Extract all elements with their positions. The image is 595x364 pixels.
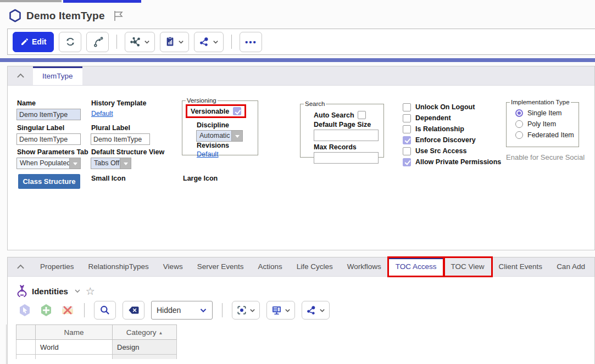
chevron-down-icon xyxy=(249,307,255,313)
chevron-down-icon xyxy=(319,307,325,313)
revisions-link[interactable]: Default xyxy=(197,150,219,158)
dropdown-arrow-button[interactable] xyxy=(231,130,243,142)
top-tab-indicator-active[interactable] xyxy=(63,0,141,3)
promote-button[interactable] xyxy=(86,32,109,52)
edit-button[interactable]: Edit xyxy=(13,32,54,52)
structure-menu-button[interactable] xyxy=(125,32,155,52)
history-template-label: History Template xyxy=(91,99,147,107)
flag-label: Allow Private Permissions xyxy=(415,158,501,166)
filter-select[interactable]: Hidden xyxy=(151,301,213,320)
favorite-star-icon[interactable]: ☆ xyxy=(86,286,95,296)
radio-icon[interactable] xyxy=(515,120,523,128)
share-icon xyxy=(199,36,210,47)
delete-row-icon[interactable] xyxy=(60,303,75,318)
default-structure-view-dropdown[interactable]: Tabs Off xyxy=(91,158,131,169)
radio-poly-item[interactable]: Poly Item xyxy=(515,119,574,130)
cell-name[interactable]: World xyxy=(36,340,113,355)
table-row[interactable]: WorldDesign xyxy=(16,340,177,355)
chevron-down-icon[interactable] xyxy=(74,288,81,294)
versionable-checkbox[interactable] xyxy=(233,107,241,115)
clear-search-button[interactable] xyxy=(123,301,144,320)
checkbox-icon[interactable] xyxy=(403,114,411,122)
flag-unlock-on-logout[interactable]: Unlock On Logout xyxy=(403,102,501,113)
plural-label-input[interactable] xyxy=(91,133,150,145)
more-actions-button[interactable]: ••• xyxy=(240,32,262,52)
tab-views[interactable]: Views xyxy=(156,257,190,276)
checkbox-icon[interactable] xyxy=(403,158,411,166)
tab-can-add[interactable]: Can Add xyxy=(549,257,592,276)
class-structure-button[interactable]: Class Structure xyxy=(18,174,80,189)
flag-is-relationship[interactable]: Is Relationship xyxy=(403,124,501,135)
flag-allow-private-permissions[interactable]: Allow Private Permissions xyxy=(403,156,501,167)
tab-life-cycles[interactable]: Life Cycles xyxy=(290,257,340,276)
flag-label: Dependent xyxy=(415,114,451,122)
collapse-relationships-button[interactable] xyxy=(8,257,33,276)
column-header-blank[interactable] xyxy=(16,325,36,340)
search-button[interactable] xyxy=(94,301,116,320)
max-records-label: Max Records xyxy=(314,143,379,151)
flag-dependent[interactable]: Dependent xyxy=(403,113,501,124)
dna-icon xyxy=(17,284,27,298)
tab-toc-access[interactable]: TOC Access xyxy=(388,257,444,276)
singular-label-input[interactable] xyxy=(16,133,81,145)
checkbox-icon[interactable] xyxy=(403,103,411,111)
checkbox-icon[interactable] xyxy=(403,147,411,155)
page-title: Demo ItemType xyxy=(26,10,105,22)
column-header-category[interactable]: Category▲ xyxy=(113,325,177,340)
default-page-size-input[interactable] xyxy=(314,130,379,141)
reports-menu-button[interactable] xyxy=(160,32,189,52)
table-row-partial[interactable] xyxy=(16,355,177,359)
show-parameters-tab-dropdown[interactable]: When Populated xyxy=(16,158,81,169)
default-structure-view-label: Default Structure View xyxy=(91,148,164,156)
default-page-size-label: Default Page Size xyxy=(314,121,379,128)
radio-icon[interactable] xyxy=(515,109,523,117)
tab-properties[interactable]: Properties xyxy=(33,257,81,276)
grid-left-rule xyxy=(6,324,7,364)
dropdown-value: When Populated xyxy=(16,158,69,169)
chevron-down-icon xyxy=(213,39,219,45)
radio-federated-item[interactable]: Federated Item xyxy=(515,130,574,141)
layout-menu-button[interactable] xyxy=(266,301,295,320)
focus-view-menu-button[interactable] xyxy=(232,301,260,320)
flag-enforce-discovery[interactable]: Enforce Discovery xyxy=(403,135,501,145)
versionable-highlight-box: Versionable xyxy=(186,104,246,118)
column-header-name[interactable]: Name xyxy=(36,325,113,340)
tab-toc-view[interactable]: TOC View xyxy=(444,257,492,276)
discipline-dropdown[interactable]: Automatic xyxy=(196,130,243,142)
checkbox-icon[interactable] xyxy=(403,136,411,144)
tab-relationshiptypes[interactable]: RelationshipTypes xyxy=(81,257,156,276)
dropdown-value: Tabs Off xyxy=(91,158,120,169)
cell xyxy=(16,355,36,359)
pick-item-icon[interactable] xyxy=(17,303,32,318)
radio-icon[interactable] xyxy=(515,131,523,139)
flags-column: Unlock On LogoutDependentIs Relationship… xyxy=(403,102,501,167)
row-selector-cell[interactable] xyxy=(16,340,36,355)
sort-asc-icon: ▲ xyxy=(158,331,163,335)
flag-label: Is Relationship xyxy=(415,125,464,133)
tab-actions[interactable]: Actions xyxy=(251,257,289,276)
ellipsis-icon: ••• xyxy=(245,38,257,46)
form-tabstrip: ItemType xyxy=(8,66,594,86)
cell-category[interactable]: Design xyxy=(113,340,177,355)
dropdown-arrow-button[interactable] xyxy=(120,158,131,169)
tab-workflows[interactable]: Workflows xyxy=(340,257,388,276)
collapse-form-button[interactable] xyxy=(8,66,33,85)
checkbox-icon[interactable] xyxy=(403,125,411,133)
history-template-link[interactable]: Default xyxy=(91,110,113,117)
add-row-icon[interactable] xyxy=(38,303,53,318)
dropdown-arrow-button[interactable] xyxy=(69,158,81,169)
tab-client-events[interactable]: Client Events xyxy=(492,257,550,276)
flag-icon[interactable] xyxy=(112,10,124,22)
max-records-input[interactable] xyxy=(314,152,379,164)
flag-use-src-access[interactable]: Use Src Access xyxy=(403,145,501,156)
refresh-button[interactable] xyxy=(59,32,81,52)
tab-f[interactable]: F xyxy=(592,257,595,276)
top-tab-indicator-inactive[interactable] xyxy=(0,0,62,2)
radio-single-item[interactable]: Single Item xyxy=(515,108,574,119)
grid-share-menu-button[interactable] xyxy=(302,301,330,320)
name-input[interactable] xyxy=(16,109,81,120)
tab-itemtype[interactable]: ItemType xyxy=(33,66,82,85)
tab-server-events[interactable]: Server Events xyxy=(190,257,251,276)
share-menu-button[interactable] xyxy=(194,32,224,52)
auto-search-checkbox[interactable] xyxy=(358,111,366,119)
